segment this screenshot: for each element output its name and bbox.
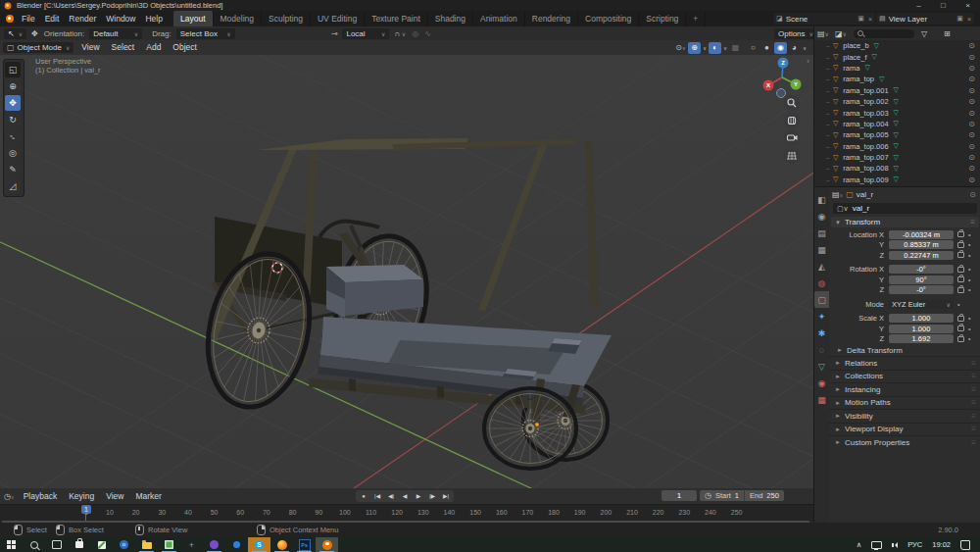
outliner-item-rama_top.006[interactable]: –▽rama_top.006▽⊙ (814, 141, 980, 152)
animate-dot-icon[interactable]: • (957, 301, 959, 308)
action-center-icon[interactable] (960, 540, 970, 550)
animate-dot-icon[interactable]: • (968, 276, 970, 283)
minimize-button[interactable]: – (906, 0, 931, 11)
visibility-eye-icon[interactable]: ⊙ (968, 164, 975, 173)
task-view-button[interactable] (45, 537, 68, 552)
blender-menu-icon[interactable] (6, 15, 14, 23)
prev-keyframe-button[interactable]: ◀| (384, 490, 398, 502)
gizmo-icon[interactable]: ⊕ (688, 42, 701, 54)
view-layer-unlink-icon[interactable]: × (967, 16, 971, 23)
pivot-point-icon[interactable]: ⊸ (331, 29, 338, 38)
animate-dot-icon[interactable]: • (968, 266, 970, 273)
shading-solid-icon[interactable]: ● (760, 42, 773, 54)
properties-tab-render[interactable]: ◉ (814, 208, 829, 225)
jump-to-start-button[interactable]: |◀ (370, 490, 384, 502)
skype-app[interactable]: S (248, 537, 270, 552)
visibility-eye-icon[interactable]: ⊙ (968, 97, 975, 106)
messenger-app[interactable] (225, 537, 248, 552)
visibility-eye-icon[interactable]: ⊙ (968, 86, 975, 95)
outliner-item-rama_top.009[interactable]: –▽rama_top.009▽⊙ (814, 175, 980, 185)
outliner-item-rama_top.002[interactable]: –▽rama_top.002▽⊙ (814, 96, 980, 107)
lock-icon[interactable] (957, 336, 964, 342)
office-app[interactable]: o (113, 537, 135, 552)
view-layer-selector[interactable]: ▤ View Layer ▣ × (876, 13, 974, 25)
viewport-menu-select[interactable]: Select (106, 40, 141, 55)
move-gizmo-icon[interactable]: ✥ (31, 29, 38, 38)
scene-selector[interactable]: ◪ Scene ▣ × (773, 13, 875, 25)
end-value[interactable]: 250 (766, 491, 779, 500)
delta-transform-row[interactable]: ► Delta Transform (837, 344, 980, 356)
frame-range-fields[interactable]: ◷ Start 1 End 250 (700, 490, 784, 501)
record-button[interactable]: ● (357, 490, 370, 502)
properties-tab-particles[interactable]: ✱ (814, 325, 829, 341)
visibility-eye-icon[interactable]: ⊙ (968, 53, 975, 62)
section-instancing[interactable]: ►Instancing≡ (829, 382, 980, 396)
animate-dot-icon[interactable]: • (968, 286, 970, 293)
visibility-eye-icon[interactable]: ⊙ (968, 64, 975, 73)
viewport-3d-canvas[interactable]: Z X Y User Perspective (1) Collection | … (0, 55, 813, 488)
jump-to-end-button[interactable]: ▶| (439, 490, 453, 502)
settings-app[interactable]: + (180, 537, 203, 552)
section-custom-properties[interactable]: ►Custom Properties≡ (829, 435, 980, 449)
workspace-tab-animation[interactable]: Animation (473, 11, 525, 26)
shading-rendered-icon[interactable]: ◕ (788, 42, 801, 54)
menu-help[interactable]: Help (140, 11, 167, 26)
orientation-dropdown[interactable]: Default∨ (89, 28, 142, 39)
tool-annotate[interactable]: ✎ (5, 162, 21, 177)
property-dropdown[interactable]: XYZ Euler∨ (889, 300, 954, 309)
lock-icon[interactable] (957, 326, 964, 331)
animate-dot-icon[interactable]: • (968, 335, 970, 342)
photoshop-app[interactable]: Ps (293, 537, 316, 552)
animate-dot-icon[interactable]: • (968, 252, 970, 259)
workspace-tab-modeling[interactable]: Modeling (214, 11, 263, 26)
tool-select-box[interactable]: ◱ (5, 62, 21, 77)
lock-icon[interactable] (957, 316, 964, 322)
start-button[interactable] (0, 537, 23, 552)
view-layer-copy-icon[interactable]: ▣ (956, 15, 963, 23)
timeline-menu-marker[interactable]: Marker (129, 489, 167, 504)
timeline-editor-icon[interactable]: ◷∨ (4, 492, 15, 501)
new-collection-icon[interactable]: ⊞ (944, 29, 951, 38)
properties-editor-icon[interactable]: ▤∨ (832, 190, 843, 199)
outliner-item-rama_top.007[interactable]: –▽rama_top.007▽⊙ (814, 152, 980, 163)
lock-icon[interactable] (957, 276, 964, 282)
xray-toggle-icon[interactable]: ▦ (729, 42, 742, 54)
workspace-tab-rendering[interactable]: Rendering (525, 11, 578, 26)
visibility-eye-icon[interactable]: ⊙ (968, 130, 975, 139)
property-value-field[interactable]: -0.00324 m (889, 230, 954, 239)
properties-tab-texture[interactable]: ▦ (814, 391, 829, 408)
network-icon[interactable] (871, 541, 882, 549)
viewport-menu-add[interactable]: Add (140, 40, 167, 55)
lock-icon[interactable] (957, 267, 964, 273)
clock-time[interactable]: 19:02 (932, 540, 951, 549)
properties-tab-world[interactable]: ◍ (814, 275, 829, 291)
properties-tab-scene[interactable]: ◭ (814, 258, 829, 275)
tool-rotate[interactable]: ↻ (5, 112, 21, 127)
lock-icon[interactable] (957, 242, 964, 248)
workspace-tab-shading[interactable]: Shading (428, 11, 473, 26)
tool-move[interactable]: ✥ (5, 95, 21, 111)
timeline-menu-playback[interactable]: Playback (18, 489, 64, 504)
pin-icon[interactable]: ⊙ (969, 190, 976, 199)
timeline-menu-view[interactable]: View (100, 489, 129, 504)
properties-tab-tool[interactable]: ◧ (814, 191, 829, 208)
properties-tab-physics[interactable]: ◌ (814, 341, 829, 358)
gizmo-dropdown-icon[interactable]: ∨ (702, 42, 708, 54)
play-reverse-button[interactable]: ◀ (398, 490, 412, 502)
property-value-field[interactable]: 90° (889, 276, 954, 284)
outliner-item-rama_top.001[interactable]: –▽rama_top.001▽⊙ (814, 85, 980, 96)
visibility-eye-icon[interactable]: ⊙ (968, 176, 975, 184)
workspace-tab-uv-editing[interactable]: UV Editing (311, 11, 365, 26)
menu-render[interactable]: Render (64, 11, 101, 26)
section-collections[interactable]: ►Collections≡ (829, 370, 980, 383)
section-relations[interactable]: ►Relations≡ (829, 356, 980, 370)
outliner-search-input[interactable] (854, 29, 914, 38)
animate-dot-icon[interactable]: • (968, 241, 970, 248)
animate-dot-icon[interactable]: • (968, 326, 970, 332)
lock-icon[interactable] (957, 252, 964, 258)
tool-scale[interactable]: ↔ (5, 128, 21, 144)
play-button[interactable]: ▶ (412, 490, 425, 502)
properties-tab-output[interactable]: ▤ (814, 225, 829, 241)
close-button[interactable]: × (956, 0, 980, 11)
search-button[interactable] (23, 537, 45, 552)
